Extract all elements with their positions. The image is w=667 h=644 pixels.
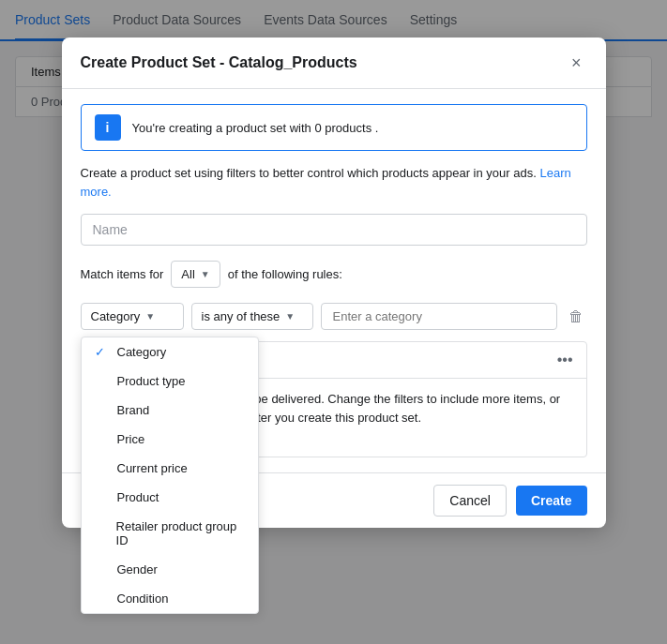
modal-overlay: Create Product Set - Catalog_Products × … (0, 0, 667, 644)
filter-row: Category ▼ is any of these ▼ 🗑 ✓ Categor… (81, 303, 587, 330)
delete-filter-icon[interactable]: 🗑 (565, 305, 587, 329)
dropdown-item-label: Brand (117, 403, 150, 417)
dropdown-item-label: Price (117, 432, 145, 446)
category-dropdown-menu: ✓ Category Product type Brand Price (81, 337, 259, 614)
dropdown-item-label: Product (117, 490, 159, 504)
dropdown-item-label: Retailer product group ID (116, 519, 245, 547)
info-banner: i You're creating a product set with 0 p… (81, 104, 587, 151)
match-suffix: of the following rules: (228, 267, 342, 281)
close-button[interactable]: × (566, 52, 587, 73)
chevron-down-icon: ▼ (145, 311, 155, 322)
create-product-set-modal: Create Product Set - Catalog_Products × … (62, 37, 606, 528)
all-dropdown[interactable]: All ▼ (171, 261, 220, 288)
dropdown-item-label: Condition (117, 592, 169, 606)
info-banner-text: You're creating a product set with 0 pro… (132, 121, 379, 135)
condition-dropdown[interactable]: is any of these ▼ (191, 303, 313, 330)
dropdown-item-label: Gender (117, 562, 158, 577)
dropdown-item-product-type[interactable]: Product type (82, 367, 258, 396)
modal-body: i You're creating a product set with 0 p… (62, 89, 606, 472)
three-dots-icon[interactable]: ••• (557, 352, 573, 368)
dropdown-item-brand[interactable]: Brand (82, 396, 258, 425)
dropdown-item-label: Product type (117, 374, 186, 388)
dropdown-item-product[interactable]: Product (82, 483, 258, 512)
chevron-down-icon: ▼ (201, 269, 210, 279)
dropdown-item-price[interactable]: Price (82, 425, 258, 454)
dropdown-item-category[interactable]: ✓ Category (82, 337, 258, 367)
chevron-down-icon: ▼ (285, 311, 295, 322)
modal-title: Create Product Set - Catalog_Products (81, 54, 357, 71)
dropdown-item-gender[interactable]: Gender (82, 555, 258, 584)
condition-label: is any of these (202, 309, 280, 323)
match-prefix: Match items for (81, 267, 164, 281)
info-icon: i (95, 114, 121, 141)
checkmark-icon: ✓ (95, 345, 110, 359)
dropdown-item-label: Current price (117, 461, 188, 475)
match-row: Match items for All ▼ of the following r… (81, 261, 587, 288)
modal-header: Create Product Set - Catalog_Products × (62, 37, 606, 89)
dropdown-item-condition[interactable]: Condition (82, 584, 258, 613)
dropdown-item-current-price[interactable]: Current price (82, 454, 258, 483)
create-button[interactable]: Create (516, 486, 587, 516)
name-input[interactable] (81, 214, 587, 246)
description-body: Create a product set using filters to be… (81, 166, 537, 180)
dropdown-item-label: Category (117, 345, 167, 359)
cancel-button[interactable]: Cancel (433, 485, 507, 517)
dropdown-item-retailer-group[interactable]: Retailer product group ID (82, 512, 258, 555)
category-dropdown[interactable]: Category ▼ (81, 303, 184, 330)
category-label: Category (91, 309, 141, 323)
all-label: All (181, 267, 194, 281)
category-value-input[interactable] (321, 303, 557, 330)
description-text: Create a product set using filters to be… (81, 164, 587, 201)
